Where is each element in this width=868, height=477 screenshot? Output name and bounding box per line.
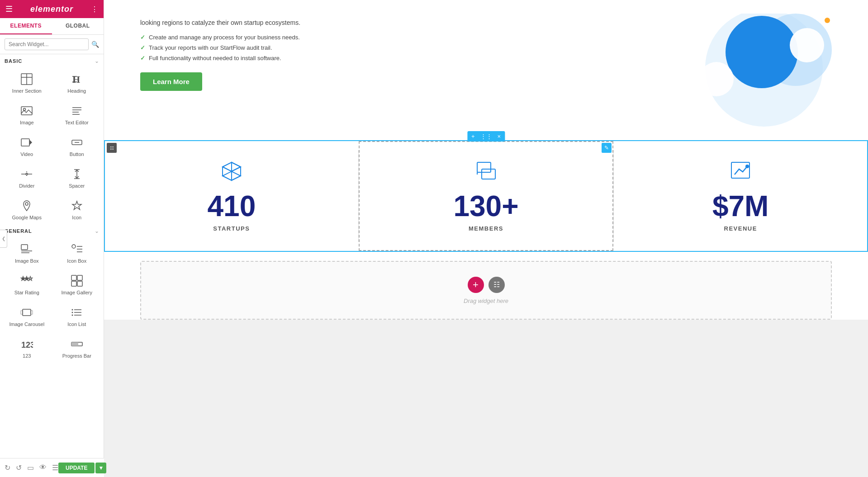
- add-element-button[interactable]: +: [468, 277, 484, 293]
- column-handle-1[interactable]: ☷: [107, 143, 117, 153]
- hero-features: Create and manage any process for your b…: [140, 34, 651, 61]
- svg-marker-56: [232, 162, 241, 171]
- widget-progress-bar[interactable]: Progress Bar: [52, 331, 102, 363]
- category-general-label: GENERAL: [5, 228, 32, 234]
- svg-rect-47: [71, 342, 78, 346]
- cube-icon: [220, 160, 243, 184]
- responsive-icon[interactable]: ▭: [27, 463, 34, 472]
- element-edit-button[interactable]: ✎: [602, 143, 612, 153]
- section-move-button[interactable]: ⋮⋮: [478, 132, 494, 141]
- progress-bar-icon: [70, 337, 84, 351]
- star-rating-icon: [19, 274, 34, 288]
- svg-point-50: [726, 16, 798, 88]
- svg-text:123: 123: [21, 340, 33, 349]
- counter-icon: 123: [19, 337, 34, 351]
- stat-number-startups: 410: [207, 192, 256, 221]
- widget-icon-box[interactable]: Icon Box: [52, 236, 102, 268]
- widget-image-box[interactable]: Image Box: [2, 236, 52, 268]
- widget-image-label: Image: [20, 120, 34, 125]
- svg-rect-34: [71, 281, 76, 286]
- category-general[interactable]: GENERAL ⌄: [0, 224, 104, 236]
- category-basic[interactable]: BASIC ⌄: [0, 54, 104, 66]
- widget-inner-section[interactable]: Inner Section: [2, 66, 52, 98]
- widget-google-maps[interactable]: Google Maps: [2, 193, 52, 224]
- svg-marker-57: [232, 171, 241, 180]
- bottom-bar-icons: ↻ ↺ ▭ 👁 ☰: [5, 463, 58, 472]
- stat-members[interactable]: ✎ 130+ MEMBERS: [359, 141, 614, 251]
- widget-icon-list[interactable]: Icon List: [52, 299, 102, 331]
- widget-heading[interactable]: H Heading: [52, 66, 102, 98]
- sidebar-collapse-handle[interactable]: ❮: [0, 230, 7, 248]
- widget-image-carousel[interactable]: Image Carousel: [2, 299, 52, 331]
- hero-description: looking regions to catalyze their own st…: [140, 18, 651, 28]
- widget-divider[interactable]: Divider: [2, 161, 52, 193]
- category-general-arrow: ⌄: [95, 228, 99, 234]
- sidebar-header: ☰ elementor ⋮: [0, 0, 104, 18]
- drag-handle-button[interactable]: ☷: [489, 277, 505, 293]
- widget-star-rating[interactable]: Star Rating: [2, 268, 52, 299]
- search-bar: 🔍: [0, 35, 104, 54]
- widget-counter[interactable]: 123 123: [2, 331, 52, 363]
- search-icon[interactable]: 🔍: [91, 41, 99, 48]
- section-toolbar: + ⋮⋮ ×: [467, 131, 505, 142]
- widget-video[interactable]: Video: [2, 129, 52, 161]
- svg-point-41: [71, 315, 73, 316]
- widget-image[interactable]: Image: [2, 98, 52, 129]
- page-canvas: looking regions to catalyze their own st…: [104, 0, 868, 320]
- history-forward-icon[interactable]: ↺: [16, 463, 22, 472]
- widget-spacer[interactable]: Spacer: [52, 161, 102, 193]
- svg-line-60: [223, 167, 232, 171]
- svg-rect-33: [77, 275, 82, 280]
- widget-button-label: Button: [70, 151, 84, 157]
- hero-text: looking regions to catalyze their own st…: [140, 14, 651, 127]
- grid-icon[interactable]: ⋮: [91, 5, 98, 14]
- widget-image-gallery[interactable]: Image Gallery: [52, 268, 102, 299]
- drag-widget-label: Drag widget here: [464, 298, 508, 304]
- sidebar-tabs: ELEMENTS GLOBAL: [0, 18, 104, 35]
- tab-global[interactable]: GLOBAL: [52, 18, 104, 34]
- hamburger-icon[interactable]: ☰: [5, 4, 13, 14]
- icon-icon: [70, 198, 84, 213]
- update-button[interactable]: UPDATE: [58, 463, 95, 473]
- heading-icon: H: [70, 72, 84, 86]
- svg-point-67: [746, 165, 749, 168]
- update-arrow-button[interactable]: ▼: [95, 463, 104, 473]
- image-box-icon: [19, 242, 34, 256]
- widget-text-editor-label: Text Editor: [65, 120, 89, 125]
- widget-icon-label: Icon: [72, 215, 81, 220]
- widget-star-rating-label: Star Rating: [14, 290, 39, 295]
- section-close-button[interactable]: ×: [495, 132, 503, 141]
- widget-list: BASIC ⌄ Inner Section H: [0, 54, 104, 477]
- settings-icon[interactable]: ☰: [52, 463, 58, 472]
- svg-marker-55: [223, 162, 232, 171]
- hero-feature-1: Create and manage any process for your b…: [140, 34, 651, 41]
- section-add-button[interactable]: +: [469, 132, 477, 141]
- learn-more-button[interactable]: Learn More: [140, 72, 202, 91]
- widget-inner-section-label: Inner Section: [12, 88, 42, 94]
- icon-list-icon: [70, 305, 84, 320]
- svg-rect-36: [23, 309, 31, 316]
- widget-button[interactable]: Button: [52, 129, 102, 161]
- stat-label-revenue: REVENUE: [724, 225, 757, 232]
- bottom-bar: ↻ ↺ ▭ 👁 ☰ UPDATE ▼: [0, 458, 104, 477]
- widget-icon[interactable]: Icon: [52, 193, 102, 224]
- svg-point-28: [72, 245, 76, 248]
- search-input[interactable]: [5, 38, 89, 50]
- stat-revenue: $7M REVENUE: [614, 141, 867, 251]
- stat-label-members: MEMBERS: [469, 225, 503, 232]
- svg-point-53: [825, 18, 830, 23]
- widget-image-carousel-label: Image Carousel: [9, 321, 44, 327]
- svg-marker-58: [223, 171, 232, 180]
- svg-rect-25: [21, 245, 28, 250]
- preview-icon[interactable]: 👁: [39, 463, 47, 472]
- svg-point-52: [790, 28, 824, 62]
- stats-section-wrapper: + ⋮⋮ × ☷: [104, 140, 868, 252]
- widget-text-editor[interactable]: Text Editor: [52, 98, 102, 129]
- inner-section-icon: [19, 72, 34, 86]
- tab-elements[interactable]: ELEMENTS: [0, 18, 52, 34]
- svg-point-39: [71, 309, 73, 311]
- svg-line-61: [232, 167, 241, 171]
- widget-heading-label: Heading: [67, 88, 86, 94]
- history-back-icon[interactable]: ↻: [5, 463, 10, 472]
- svg-rect-7: [21, 107, 32, 115]
